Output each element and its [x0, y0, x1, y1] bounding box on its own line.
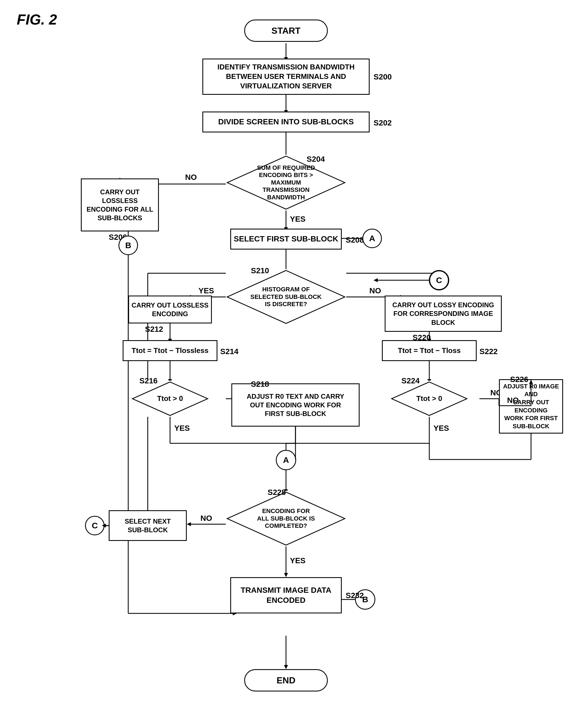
svg-text:NO: NO: [200, 514, 212, 523]
s228-decision: ENCODING FOR ALL SUB-BLOCK IS COMPLETED?: [226, 491, 346, 546]
s214-process: Ttot = Ttot − Tlossless: [123, 340, 217, 361]
figure-label: FIG. 2: [17, 11, 57, 28]
extra-arrows: NO: [0, 0, 572, 728]
s230-process: SELECT NEXT SUB-BLOCK: [109, 510, 187, 541]
s216-decision: Ttot > 0: [131, 381, 209, 417]
svg-text:A: A: [283, 455, 289, 465]
s212-label: S212: [145, 325, 163, 334]
s232-process: TRANSMIT IMAGE DATA ENCODED: [230, 577, 342, 613]
s222-process: Ttot = Ttot − Tloss: [382, 340, 477, 361]
s202-label: S202: [373, 119, 391, 127]
s208-label: S208: [346, 236, 364, 245]
svg-text:YES: YES: [290, 215, 305, 223]
s210-decision: HISTOGRAM OF SELECTED SUB-BLOCK IS DISCR…: [226, 269, 346, 325]
connector-a-top: A: [362, 228, 382, 248]
s216-label: S216: [139, 377, 157, 385]
s220-process: CARRY OUT LOSSY ENCODING FOR CORRESPONDI…: [385, 295, 502, 332]
s208-process: SELECT FIRST SUB-BLOCK: [230, 228, 342, 250]
s206-process: CARRY OUT LOSSLESS ENCODING FOR ALL SUB-…: [81, 179, 159, 231]
svg-point-48: [276, 450, 296, 470]
s226-process: ADJUST R0 IMAGE AND CARRY OUT ENCODING W…: [499, 379, 563, 434]
s226-label: S226: [510, 375, 528, 384]
svg-marker-20: [373, 278, 378, 282]
s232-label: S232: [346, 591, 364, 600]
s204-decision: SUM OF REQUIRED ENCODING BITS > MAXIMUM …: [226, 155, 346, 210]
s218-label: S218: [251, 380, 269, 389]
svg-text:YES: YES: [174, 424, 190, 433]
start-terminal: START: [244, 19, 328, 42]
connector-c-left: C: [85, 516, 104, 535]
svg-text:NO: NO: [369, 286, 381, 295]
svg-marker-55: [187, 522, 191, 526]
s200-label: S200: [373, 72, 391, 81]
page: FIG. 2 NO YES YES: [0, 0, 572, 728]
svg-text:YES: YES: [433, 424, 449, 433]
connector-c-right: C: [429, 270, 449, 290]
svg-text:NO: NO: [185, 173, 197, 182]
svg-marker-63: [284, 573, 288, 577]
s224-decision: Ttot > 0: [390, 381, 468, 417]
s202-process: DIVIDE SCREEN INTO SUB-BLOCKS: [202, 112, 370, 132]
s210-label: S210: [251, 266, 269, 275]
s218-process: ADJUST R0 TEXT AND CARRY OUT ENCODING WO…: [231, 383, 360, 426]
s224-label: S224: [402, 377, 420, 385]
svg-text:YES: YES: [199, 286, 214, 295]
connector-b-left: B: [119, 236, 138, 255]
s200-process: IDENTIFY TRANSMISSION BANDWIDTH BETWEEN …: [202, 59, 370, 95]
s212-process: CARRY OUT LOSSLESS ENCODING: [128, 295, 212, 323]
svg-marker-70: [284, 665, 288, 669]
s222-label: S222: [480, 347, 498, 356]
s228-label: S228: [268, 488, 286, 497]
svg-text:YES: YES: [290, 556, 305, 565]
s214-label: S214: [220, 347, 238, 356]
flowchart-arrows: NO YES YES NO YES: [0, 0, 572, 728]
s204-label: S204: [307, 155, 325, 164]
end-terminal: END: [244, 669, 328, 691]
